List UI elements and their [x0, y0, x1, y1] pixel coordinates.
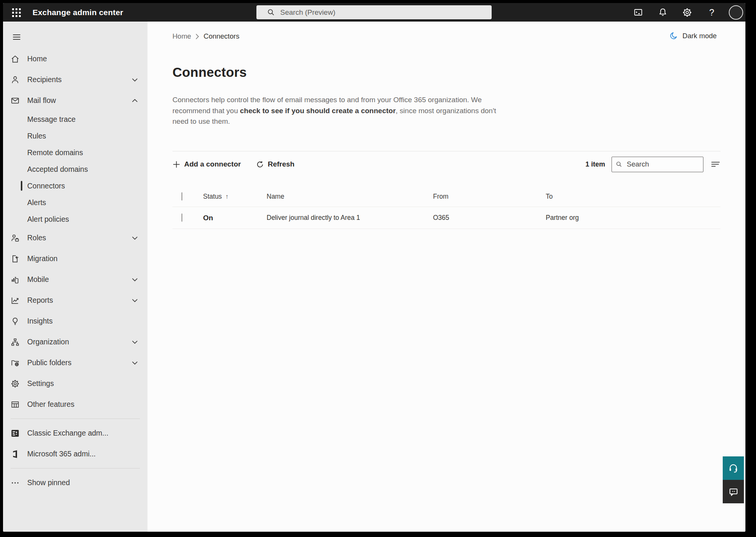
chevron-down-icon [132, 78, 138, 82]
migration-icon [11, 254, 20, 263]
page-title: Connectors [172, 65, 247, 80]
row-checkbox[interactable] [182, 213, 182, 222]
command-bar: Add a connector Refresh 1 item [172, 156, 720, 172]
sidebar-item-alerts[interactable]: Alerts [3, 194, 147, 211]
sidebar-item-roles[interactable]: Roles [3, 227, 147, 248]
app-launcher-icon[interactable] [10, 6, 23, 19]
reports-icon [11, 296, 20, 305]
insights-icon [11, 317, 20, 326]
organization-icon [11, 338, 20, 347]
mail-icon [11, 96, 20, 105]
column-header-from[interactable]: From [433, 193, 449, 200]
search-icon [267, 8, 275, 16]
item-count: 1 item [585, 160, 605, 168]
settings-icon [11, 379, 20, 388]
microsoft-365-icon [11, 450, 20, 459]
dark-mode-label: Dark mode [683, 32, 717, 40]
add-connector-button[interactable]: Add a connector [172, 160, 241, 168]
global-search-box[interactable] [256, 5, 492, 19]
sidebar-item-classic-exchange-admin[interactable]: Classic Exchange adm... [3, 423, 147, 444]
sidebar-item-alert-policies[interactable]: Alert policies [3, 211, 147, 227]
global-search-input[interactable] [280, 8, 487, 17]
sidebar-item-connectors[interactable]: Connectors [3, 177, 147, 194]
sidebar-item-reports[interactable]: Reports [3, 290, 147, 311]
sidebar-item-recipients[interactable]: Recipients [3, 69, 147, 90]
add-connector-label: Add a connector [184, 160, 241, 168]
chevron-down-icon [132, 278, 138, 282]
nav-collapse-icon[interactable] [11, 31, 23, 43]
main-content: Home Connectors Dark mode Connectors Con… [147, 22, 745, 532]
home-icon [11, 54, 20, 64]
sidebar-item-message-trace[interactable]: Message trace [3, 111, 147, 128]
moon-icon [670, 31, 678, 40]
list-search-box[interactable] [612, 157, 703, 172]
chevron-right-icon [196, 34, 199, 39]
top-bar: Exchange admin center ? [3, 3, 745, 22]
sidebar-item-organization[interactable]: Organization [3, 332, 147, 352]
floating-buttons [723, 456, 744, 503]
feedback-bubble-icon [728, 487, 739, 497]
filter-icon[interactable] [711, 160, 720, 168]
sidebar-divider [11, 419, 140, 419]
connectors-table: Status ↑ Name From To On Deliver journal… [172, 187, 720, 229]
search-icon [616, 160, 622, 168]
notifications-icon[interactable] [655, 5, 670, 20]
connector-status: On [203, 214, 213, 222]
connector-name[interactable]: Deliver journal directly to Area 1 [267, 214, 360, 221]
powershell-icon[interactable] [630, 5, 646, 20]
roles-icon [11, 233, 20, 243]
chevron-down-icon [132, 236, 138, 240]
topbar-icon-group: ? [630, 3, 743, 22]
sidebar-item-show-pinned[interactable]: Show pinned [3, 472, 147, 493]
sidebar-item-migration[interactable]: Migration [3, 248, 147, 269]
sidebar-item-insights[interactable]: Insights [3, 311, 147, 332]
help-support-button[interactable] [723, 456, 744, 480]
help-icon[interactable]: ? [704, 5, 719, 20]
page-description: Connectors help control the flow of emai… [172, 95, 505, 127]
headset-icon [728, 463, 739, 473]
description-link-text[interactable]: check to see if you should create a conn… [240, 107, 396, 115]
mobile-icon [11, 275, 20, 284]
settings-gear-icon[interactable] [680, 5, 695, 20]
table-row[interactable]: On Deliver journal directly to Area 1 O3… [172, 207, 720, 229]
sidebar-divider [11, 468, 140, 469]
app-title: Exchange admin center [33, 3, 123, 22]
sidebar-item-mail-flow[interactable]: Mail flow [3, 90, 147, 111]
column-header-to[interactable]: To [546, 193, 553, 200]
plus-icon [172, 160, 180, 168]
breadcrumb-home-link[interactable]: Home [172, 32, 191, 40]
sidebar-item-other-features[interactable]: Other features [3, 394, 147, 415]
breadcrumb: Home Connectors [172, 32, 239, 40]
toolbar-right-group: 1 item [585, 157, 720, 172]
connector-to: Partner org [546, 214, 579, 221]
chevron-down-icon [132, 299, 138, 302]
refresh-button[interactable]: Refresh [256, 160, 295, 168]
feedback-button[interactable] [723, 480, 744, 503]
select-all-checkbox[interactable] [182, 192, 182, 201]
other-features-icon [11, 400, 20, 409]
sidebar-item-mobile[interactable]: Mobile [3, 269, 147, 290]
sidebar-item-microsoft-365-admin[interactable]: Microsoft 365 admi... [3, 444, 147, 464]
sidebar-item-accepted-domains[interactable]: Accepted domains [3, 161, 147, 177]
dark-mode-toggle[interactable]: Dark mode [670, 31, 717, 40]
refresh-icon [256, 160, 264, 168]
selected-item-marker [21, 181, 22, 191]
people-icon [11, 75, 20, 84]
ellipsis-icon [11, 478, 20, 487]
table-header-row: Status ↑ Name From To [172, 187, 720, 207]
toolbar-divider [172, 151, 720, 151]
refresh-label: Refresh [268, 160, 295, 168]
connector-from: O365 [433, 214, 449, 221]
sidebar-item-rules[interactable]: Rules [3, 128, 147, 144]
column-header-name[interactable]: Name [267, 193, 284, 200]
chevron-down-icon [132, 340, 138, 344]
app-window: Exchange admin center ? Home [3, 3, 745, 532]
sidebar-item-public-folders[interactable]: Public folders [3, 352, 147, 373]
sidebar-item-settings[interactable]: Settings [3, 373, 147, 394]
column-header-status[interactable]: Status [203, 193, 222, 201]
account-avatar[interactable] [729, 5, 743, 20]
sidebar-item-remote-domains[interactable]: Remote domains [3, 144, 147, 161]
sidebar-item-home[interactable]: Home [3, 48, 147, 69]
list-search-input[interactable] [627, 160, 699, 168]
breadcrumb-current: Connectors [203, 32, 239, 40]
